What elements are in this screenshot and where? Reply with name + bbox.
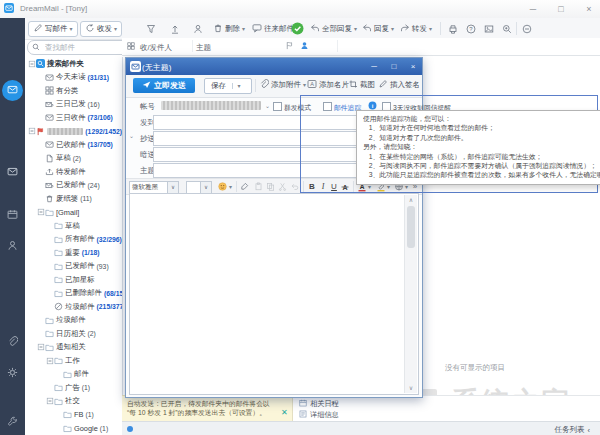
- expander-icon[interactable]: [37, 208, 45, 216]
- copy-button-disabled[interactable]: [266, 182, 275, 193]
- tree-item-inbox[interactable]: 已收邮件(13/705): [25, 138, 122, 152]
- tree-item-gmail-starred[interactable]: 已加星标: [25, 273, 122, 287]
- emoji-button[interactable]: [218, 182, 227, 193]
- tree-item-categorized[interactable]: 有分类: [25, 84, 122, 98]
- caret-down-icon[interactable]: ▾: [229, 184, 232, 190]
- tree-item-social-google[interactable]: Google(1): [25, 422, 122, 435]
- task-list-button[interactable]: 任务列表 ‹: [555, 425, 591, 435]
- close-button[interactable]: ×: [579, 2, 599, 16]
- contacts-button[interactable]: [193, 24, 203, 36]
- send-receive-button[interactable]: 收发 ▾: [80, 21, 122, 37]
- tree-item-gmail-important[interactable]: 重要(1/18): [25, 246, 122, 260]
- tree-item-gmail-sent[interactable]: 已发邮件(93): [25, 260, 122, 274]
- insert-signature-button[interactable]: 插入签名: [378, 78, 420, 92]
- nav-mail-icon[interactable]: [7, 166, 18, 179]
- expander-icon[interactable]: [28, 127, 36, 135]
- tree-item-gmail[interactable]: [Gmail]: [25, 206, 122, 220]
- folder-icon: [54, 397, 65, 406]
- delete-button[interactable]: 删除 ▾: [213, 21, 245, 36]
- scroll-up-icon[interactable]: ∧: [405, 195, 417, 205]
- paste-button-disabled[interactable]: [254, 182, 263, 193]
- nav-settings-icon[interactable]: [7, 367, 18, 380]
- send-now-button[interactable]: 立即发送: [133, 78, 195, 93]
- tree-item-drafts[interactable]: 草稿(2): [25, 152, 122, 166]
- tree-item-label: 三日已发: [56, 99, 86, 109]
- compose-button[interactable]: 写邮件 ▾: [28, 21, 78, 37]
- nav-calendar-icon[interactable]: [7, 209, 18, 222]
- tree-item-received-3days[interactable]: 三日收件(73/106): [25, 111, 122, 125]
- tree-item-today-unread[interactable]: 今天未读(31/31): [25, 71, 122, 85]
- format-painter-button[interactable]: [240, 182, 249, 193]
- minimize-button[interactable]: ─: [523, 2, 543, 16]
- undo-button-disabled[interactable]: [290, 182, 299, 193]
- tree-item-gmail-drafts[interactable]: 草稿: [25, 219, 122, 233]
- compose-minimize-button[interactable]: ─: [366, 60, 382, 73]
- contact-filter-icon[interactable]: [300, 41, 309, 52]
- nav-contacts-icon[interactable]: [7, 240, 18, 253]
- tree-item-gmail-all-mail[interactable]: 所有邮件(32/296): [25, 233, 122, 247]
- tree-item-sent[interactable]: 已发邮件(24): [25, 179, 122, 193]
- collapse-button[interactable]: [522, 24, 532, 36]
- zoom-button[interactable]: [502, 24, 512, 36]
- column-sender[interactable]: 收/发件人: [140, 43, 172, 53]
- tree-item-search-folders[interactable]: 搜索邮件夹: [25, 57, 122, 71]
- add-card-button[interactable]: A 添加名片: [307, 78, 349, 92]
- message-body[interactable]: ∧ ∨: [129, 193, 419, 395]
- mass-mode-checkbox[interactable]: [273, 102, 282, 111]
- column-subject[interactable]: 主题: [196, 43, 211, 53]
- tree-item-work[interactable]: 工作: [25, 354, 122, 368]
- scroll-down-icon[interactable]: ∨: [405, 383, 417, 393]
- columns-icon[interactable]: [127, 42, 135, 52]
- reply-button[interactable]: 回复 ▾: [362, 21, 394, 36]
- search-box[interactable]: [27, 40, 129, 55]
- search-input[interactable]: [43, 42, 117, 53]
- flag-column-icon[interactable]: [285, 41, 294, 52]
- forward-button[interactable]: 转发 ▾: [400, 21, 432, 36]
- tree-item-trash[interactable]: 废纸篓(11): [25, 192, 122, 206]
- tree-item-ads[interactable]: 广告(1): [25, 381, 122, 395]
- expander-icon[interactable]: [46, 357, 54, 365]
- notice-close-icon[interactable]: ✕: [281, 408, 288, 417]
- tree-item-notification-related[interactable]: 通知相关: [25, 341, 122, 355]
- account-dropdown-icon[interactable]: ⌄: [265, 103, 270, 109]
- cc-expander-icon[interactable]: ⌄: [129, 133, 134, 139]
- compose-close-button[interactable]: ×: [405, 60, 421, 73]
- reply-all-button[interactable]: 全部回复 ▾: [310, 21, 357, 36]
- nav-attachments-icon[interactable]: [7, 336, 18, 349]
- cut-button-disabled[interactable]: [278, 182, 287, 193]
- tree-item-outbox[interactable]: 待发邮件: [25, 165, 122, 179]
- screenshot-button[interactable]: 截图: [348, 78, 375, 92]
- tree-item-calendar-related[interactable]: 日历相关(2): [25, 327, 122, 341]
- help-button[interactable]: ?: [466, 24, 476, 36]
- status-ok-icon[interactable]: [291, 22, 304, 37]
- maximize-button[interactable]: □: [551, 2, 571, 16]
- compose-maximize-button[interactable]: □: [386, 60, 402, 73]
- tree-item-gmail-deleted[interactable]: 已删除邮件(68/159): [25, 287, 122, 301]
- tree-item-account[interactable]: (1292/1452): [25, 125, 122, 139]
- fetch-button[interactable]: [170, 24, 180, 36]
- unread-count: (215/377): [97, 303, 122, 310]
- account-value-censored[interactable]: [161, 101, 261, 110]
- scroll-thumb[interactable]: [407, 206, 415, 248]
- tree-item-work-mail[interactable]: 邮件: [25, 368, 122, 382]
- nav-tools-icon[interactable]: [7, 416, 18, 429]
- related-schedule-item[interactable]: 相关日程: [299, 399, 339, 409]
- save-button[interactable]: 保存 ▾: [204, 78, 252, 94]
- body-scrollbar[interactable]: ∧ ∨: [404, 195, 417, 393]
- tree-item-social-fb[interactable]: FB(1): [25, 408, 122, 422]
- expander-icon[interactable]: [28, 60, 36, 68]
- image-button[interactable]: [484, 24, 494, 36]
- tree-item-social[interactable]: 社交: [25, 395, 122, 409]
- nav-mail-active[interactable]: [2, 80, 23, 101]
- related-details-item[interactable]: 详细信息: [299, 410, 339, 420]
- tree-item-spam[interactable]: 垃圾邮件: [25, 314, 122, 328]
- tree-item-gmail-spam[interactable]: 垃圾邮件(215/377): [25, 300, 122, 314]
- filter-button[interactable]: [146, 24, 156, 36]
- tree-item-sent-3days[interactable]: 三日已发(16): [25, 98, 122, 112]
- censored-account-name: [47, 128, 83, 135]
- correspondence-button[interactable]: 往来邮件: [252, 21, 294, 36]
- expander-icon[interactable]: [37, 343, 45, 351]
- expander-icon[interactable]: [46, 397, 54, 405]
- print-button[interactable]: [448, 24, 458, 36]
- add-attachment-button[interactable]: 添加附件 ▾: [259, 78, 306, 92]
